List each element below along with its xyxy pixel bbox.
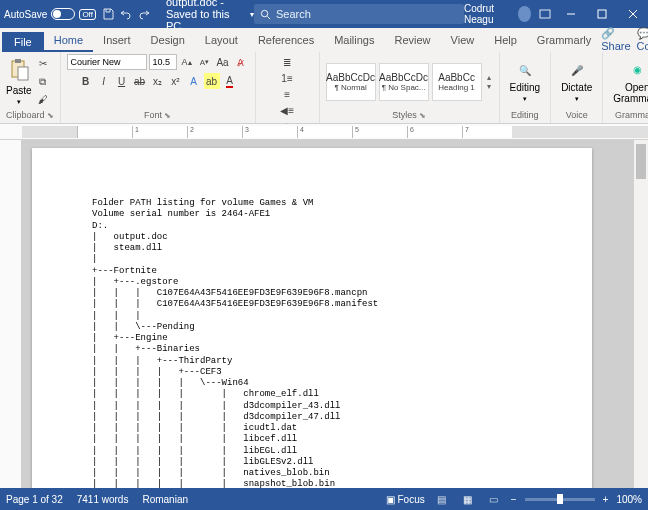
print-layout-icon[interactable]: ▦	[459, 492, 477, 506]
group-styles: AaBbCcDc¶ NormalAaBbCcDc¶ No Spac...AaBb…	[320, 52, 500, 123]
tab-grammarly[interactable]: Grammarly	[527, 30, 601, 52]
change-case-icon[interactable]: Aa	[215, 54, 231, 70]
underline-icon[interactable]: U	[114, 73, 130, 89]
tab-mailings[interactable]: Mailings	[324, 30, 384, 52]
editor-area: Folder PATH listing for volume Games & V…	[0, 140, 648, 488]
zoom-slider[interactable]	[525, 498, 595, 501]
zoom-level[interactable]: 100%	[616, 494, 642, 505]
multilevel-icon[interactable]: ≡	[279, 86, 295, 102]
highlight-icon[interactable]: ab	[204, 73, 220, 89]
grow-font-icon[interactable]: A▴	[179, 54, 195, 70]
group-editing: 🔍 Editing ▾ Editing	[500, 52, 552, 123]
svg-point-0	[261, 10, 267, 16]
grammarly-icon: ◉	[627, 60, 647, 80]
group-clipboard: Paste ▾ ✂ ⧉ 🖌 Clipboard⬊	[0, 52, 61, 123]
superscript-icon[interactable]: x²	[168, 73, 184, 89]
titlebar: AutoSave Off output.doc - Saved to this …	[0, 0, 648, 28]
redo-icon[interactable]	[138, 7, 150, 21]
shrink-font-icon[interactable]: A▾	[197, 54, 213, 70]
vertical-ruler[interactable]	[0, 140, 22, 488]
font-name-combo[interactable]: Courier New	[67, 54, 147, 70]
styles-more-icon[interactable]: ▴▾	[485, 73, 493, 91]
document-content[interactable]: Folder PATH listing for volume Games & V…	[92, 198, 532, 488]
autosave-state: Off	[79, 9, 96, 20]
toggle-switch[interactable]	[51, 8, 75, 20]
undo-icon[interactable]	[120, 7, 132, 21]
ribbon: Paste ▾ ✂ ⧉ 🖌 Clipboard⬊ Courier New 10.…	[0, 52, 648, 124]
comments-button[interactable]: 💬 Comments	[637, 27, 648, 52]
style-thumb[interactable]: AaBbCcDc¶ No Spac...	[379, 63, 429, 101]
tab-view[interactable]: View	[441, 30, 485, 52]
group-font: Courier New 10.5 A▴ A▾ Aa A̷ B I U ab x₂…	[61, 52, 256, 123]
read-mode-icon[interactable]: ▤	[433, 492, 451, 506]
svg-rect-5	[18, 67, 28, 80]
tab-file[interactable]: File	[2, 32, 44, 52]
web-layout-icon[interactable]: ▭	[485, 492, 503, 506]
tab-design[interactable]: Design	[141, 30, 195, 52]
autosave-toggle[interactable]: AutoSave Off	[4, 8, 96, 20]
minimize-button[interactable]	[559, 0, 582, 28]
close-button[interactable]	[621, 0, 644, 28]
document-page[interactable]: Folder PATH listing for volume Games & V…	[32, 148, 592, 488]
maximize-button[interactable]	[590, 0, 613, 28]
find-icon: 🔍	[515, 60, 535, 80]
tab-insert[interactable]: Insert	[93, 30, 141, 52]
tab-home[interactable]: Home	[44, 30, 93, 52]
page-indicator[interactable]: Page 1 of 32	[6, 494, 63, 505]
ribbon-tabs: File HomeInsertDesignLayoutReferencesMai…	[0, 28, 648, 52]
tab-help[interactable]: Help	[484, 30, 527, 52]
paste-button[interactable]: Paste ▾	[6, 57, 32, 106]
font-launcher[interactable]: ⬊	[164, 111, 171, 120]
svg-rect-2	[598, 10, 606, 18]
search-input[interactable]: Search	[254, 4, 464, 24]
bullets-icon[interactable]: ≣	[279, 54, 295, 70]
focus-mode[interactable]: ▣ Focus	[386, 494, 425, 505]
open-grammarly-button[interactable]: ◉ Open Grammarly	[609, 60, 648, 104]
zoom-out-button[interactable]: −	[511, 494, 517, 505]
search-placeholder: Search	[276, 8, 311, 20]
share-button[interactable]: 🔗 Share	[601, 27, 630, 52]
decrease-indent-icon[interactable]: ◀≡	[279, 102, 295, 118]
style-thumb[interactable]: AaBbCcHeading 1	[432, 63, 482, 101]
strike-icon[interactable]: ab	[132, 73, 148, 89]
clipboard-launcher[interactable]: ⬊	[47, 111, 54, 120]
dictate-button[interactable]: 🎤 Dictate ▾	[557, 60, 596, 103]
styles-launcher[interactable]: ⬊	[419, 111, 426, 120]
editing-button[interactable]: 🔍 Editing ▾	[506, 60, 545, 103]
tab-references[interactable]: References	[248, 30, 324, 52]
subscript-icon[interactable]: x₂	[150, 73, 166, 89]
horizontal-ruler[interactable]: 1234567	[0, 124, 648, 140]
account-button[interactable]: Codrut Neagu	[464, 3, 531, 25]
copy-icon[interactable]: ⧉	[35, 74, 51, 90]
italic-icon[interactable]: I	[96, 73, 112, 89]
format-painter-icon[interactable]: 🖌	[35, 92, 51, 108]
group-grammarly: ◉ Open Grammarly Grammarly	[603, 52, 648, 123]
bold-icon[interactable]: B	[78, 73, 94, 89]
text-effects-icon[interactable]: A	[186, 73, 202, 89]
zoom-in-button[interactable]: +	[603, 494, 609, 505]
save-icon[interactable]	[102, 7, 114, 21]
font-size-combo[interactable]: 10.5	[149, 54, 177, 70]
cut-icon[interactable]: ✂	[35, 56, 51, 72]
statusbar: Page 1 of 32 7411 words Romanian ▣ Focus…	[0, 488, 648, 510]
numbering-icon[interactable]: 1≡	[279, 70, 295, 86]
autosave-label: AutoSave	[4, 9, 47, 20]
group-voice: 🎤 Dictate ▾ Voice	[551, 52, 603, 123]
tab-layout[interactable]: Layout	[195, 30, 248, 52]
user-name: Codrut Neagu	[464, 3, 514, 25]
font-color-icon[interactable]: A	[222, 73, 238, 89]
mic-icon: 🎤	[567, 60, 587, 80]
ribbon-display-icon[interactable]	[539, 7, 551, 21]
vertical-scrollbar[interactable]	[634, 140, 648, 488]
group-paragraph: ≣ 1≡ ≡ ◀≡ ≡▶ A↓ ¶ ↕≡ ⬛ ▦ Paragraph⬊	[256, 52, 320, 123]
language-indicator[interactable]: Romanian	[142, 494, 188, 505]
tab-review[interactable]: Review	[385, 30, 441, 52]
avatar	[518, 6, 531, 22]
clear-format-icon[interactable]: A̷	[233, 54, 249, 70]
style-thumb[interactable]: AaBbCcDc¶ Normal	[326, 63, 376, 101]
svg-rect-4	[15, 59, 21, 63]
svg-rect-1	[540, 10, 550, 18]
word-count[interactable]: 7411 words	[77, 494, 129, 505]
